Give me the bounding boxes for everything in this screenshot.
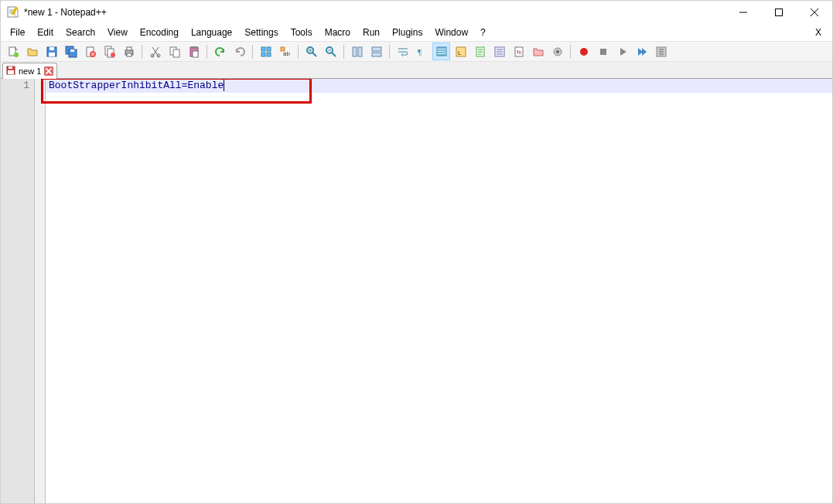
svg-text:ab: ab <box>283 50 290 57</box>
menu-window[interactable]: Window <box>428 26 474 39</box>
close-all-button[interactable] <box>101 43 118 60</box>
copy-button[interactable] <box>166 43 183 60</box>
svg-rect-52 <box>8 70 14 74</box>
close-button[interactable] <box>797 1 832 24</box>
svg-point-18 <box>151 54 154 57</box>
new-file-button[interactable] <box>4 43 22 60</box>
svg-rect-5 <box>50 47 54 50</box>
gutter: 1 <box>1 79 35 503</box>
svg-point-3 <box>14 53 19 57</box>
app-icon <box>7 6 19 19</box>
svg-rect-21 <box>173 49 179 57</box>
stop-macro-button[interactable] <box>594 43 612 60</box>
svg-text:L: L <box>458 49 462 56</box>
redo-button[interactable] <box>230 43 248 60</box>
menu-run[interactable]: Run <box>357 26 386 39</box>
svg-rect-48 <box>600 49 606 55</box>
svg-rect-36 <box>372 53 381 56</box>
menu-plugins[interactable]: Plugins <box>386 26 428 39</box>
svg-rect-23 <box>192 46 196 49</box>
caret <box>224 80 224 91</box>
minimize-button[interactable] <box>725 1 761 24</box>
undo-button[interactable] <box>211 43 229 60</box>
svg-rect-25 <box>261 47 265 51</box>
maximize-button[interactable] <box>761 1 797 24</box>
code-area[interactable]: BootStrapperInhibitAll=Enable <box>46 79 832 503</box>
tab-new-1[interactable]: new 1 <box>2 63 57 79</box>
unsaved-icon <box>6 66 15 77</box>
menu-language[interactable]: Language <box>185 26 238 39</box>
open-file-button[interactable] <box>23 43 41 60</box>
find-button[interactable] <box>257 43 275 60</box>
monitoring-button[interactable] <box>548 43 566 60</box>
play-macro-button[interactable] <box>613 43 631 60</box>
menu-search[interactable]: Search <box>60 26 101 39</box>
show-all-chars-button[interactable]: ¶ <box>413 43 431 60</box>
cut-button[interactable] <box>146 43 164 60</box>
play-multi-button[interactable] <box>633 43 650 60</box>
folder-workspace-button[interactable] <box>529 43 547 60</box>
svg-point-47 <box>580 48 588 56</box>
indent-guide-button[interactable] <box>432 43 450 60</box>
code-text: BootStrapperInhibitAll=Enable <box>49 80 224 91</box>
menu-macro[interactable]: Macro <box>319 26 357 39</box>
toolbar: ab ¶ L fx <box>1 41 832 62</box>
sync-h-button[interactable] <box>367 43 385 60</box>
fold-column <box>35 79 46 503</box>
menu-file[interactable]: File <box>4 26 31 39</box>
wordwrap-button[interactable] <box>394 43 411 60</box>
svg-point-46 <box>556 50 559 53</box>
svg-rect-38 <box>437 47 446 56</box>
svg-rect-6 <box>49 53 55 56</box>
replace-button[interactable]: ab <box>276 43 294 60</box>
menu-view[interactable]: View <box>101 26 134 39</box>
svg-rect-27 <box>261 53 265 56</box>
svg-rect-51 <box>9 66 12 69</box>
editor[interactable]: 1 BootStrapperInhibitAll=Enable <box>1 79 832 503</box>
svg-rect-35 <box>372 47 381 51</box>
svg-point-14 <box>111 53 115 57</box>
menu-close-x[interactable]: X <box>807 27 829 38</box>
svg-rect-28 <box>267 53 271 56</box>
save-all-button[interactable] <box>62 43 80 60</box>
menubar: File Edit Search View Encoding Language … <box>1 24 832 41</box>
print-button[interactable] <box>120 43 138 60</box>
menu-tools[interactable]: Tools <box>285 26 319 39</box>
svg-rect-17 <box>127 53 131 56</box>
tab-close-button[interactable] <box>44 66 53 76</box>
udl-button[interactable]: L <box>452 43 469 60</box>
titlebar: *new 1 - Notepad++ <box>1 1 832 24</box>
svg-rect-1 <box>776 9 783 16</box>
menu-help[interactable]: ? <box>474 26 492 39</box>
tabbar: new 1 <box>1 62 832 79</box>
svg-rect-26 <box>267 47 271 51</box>
svg-text:fx: fx <box>517 49 521 56</box>
func-list-button[interactable]: fx <box>510 43 527 60</box>
tab-label: new 1 <box>19 66 41 76</box>
code-line[interactable]: BootStrapperInhibitAll=Enable <box>46 79 832 93</box>
window-title: *new 1 - Notepad++ <box>24 7 107 18</box>
menu-encoding[interactable]: Encoding <box>134 26 185 39</box>
sync-v-button[interactable] <box>348 43 366 60</box>
svg-rect-9 <box>70 49 74 52</box>
svg-rect-34 <box>358 47 362 56</box>
line-number: 1 <box>1 79 29 93</box>
paste-button[interactable] <box>185 43 203 60</box>
menu-settings[interactable]: Settings <box>238 26 284 39</box>
menu-edit[interactable]: Edit <box>31 26 60 39</box>
svg-rect-24 <box>193 51 198 57</box>
doc-map-button[interactable] <box>471 43 489 60</box>
zoom-in-button[interactable] <box>302 43 320 60</box>
close-file-button[interactable] <box>81 43 99 60</box>
svg-rect-33 <box>353 47 357 56</box>
svg-rect-16 <box>127 47 131 50</box>
svg-text:¶: ¶ <box>418 47 422 56</box>
svg-point-19 <box>157 54 160 57</box>
save-macro-button[interactable] <box>652 43 670 60</box>
doc-list-button[interactable] <box>490 43 508 60</box>
record-macro-button[interactable] <box>575 43 592 60</box>
zoom-out-button[interactable] <box>322 43 340 60</box>
save-button[interactable] <box>43 43 60 60</box>
